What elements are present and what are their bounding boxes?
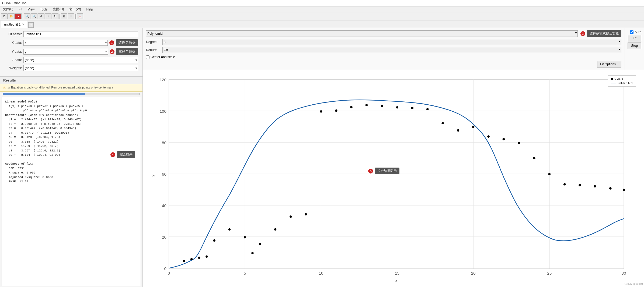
degree-select-wrapper: 8 ▼ <box>162 39 621 45</box>
y-axis-labels: 0 20 40 60 80 100 120 <box>160 77 166 271</box>
toolbar-new[interactable]: 🗋 <box>1 13 8 19</box>
annotation-tooltip-2: 选择 Y 数据 <box>116 48 138 55</box>
fit-type-select[interactable]: Polynomial <box>146 30 578 37</box>
toolbar-save[interactable]: ■ <box>15 13 22 19</box>
menu-bar: 文件(F) Fit View Tools 桌面(D) 窗口(W) Help <box>0 6 644 12</box>
menu-fit[interactable]: Fit <box>17 7 24 12</box>
menu-file[interactable]: 文件(F) <box>1 6 15 12</box>
toolbar-sep-1 <box>23 14 23 19</box>
progress-bar-fill <box>3 93 85 95</box>
svg-point-38 <box>350 106 353 108</box>
auto-checkbox[interactable] <box>630 30 633 34</box>
degree-row: Degree: 8 ▼ <box>146 39 621 45</box>
svg-text:25: 25 <box>547 271 552 275</box>
svg-text:10: 10 <box>319 271 323 275</box>
svg-point-27 <box>206 255 208 258</box>
toolbar-zoom-in[interactable]: 🔍 <box>24 13 30 19</box>
svg-point-50 <box>533 157 535 159</box>
annotation-3-wrapper: 3 选择多项式拟合功能 <box>580 30 621 37</box>
toolbar-chart[interactable]: 📈 <box>77 13 83 19</box>
menu-desktop[interactable]: 桌面(D) <box>51 6 65 12</box>
toolbar-cursor[interactable]: ↗ <box>45 13 51 19</box>
z-data-select[interactable]: (none) <box>23 57 138 63</box>
fit-button[interactable]: Fit <box>628 35 641 41</box>
robust-row: Robust: Off ▼ <box>146 47 621 53</box>
robust-label: Robust: <box>146 48 161 52</box>
svg-text:20: 20 <box>162 235 166 239</box>
tab-bar: untitled fit 1 ✕ + <box>0 20 644 28</box>
svg-text:80: 80 <box>162 140 166 145</box>
svg-point-47 <box>487 135 490 138</box>
svg-point-45 <box>457 129 459 132</box>
svg-point-40 <box>381 105 383 108</box>
x-axis-labels: 0 5 10 15 20 25 30 <box>168 271 626 275</box>
main-layout: Fit name: X data: x ▼ 1 选择 X 数据 Y data: <box>0 28 644 287</box>
svg-text:30: 30 <box>622 271 626 275</box>
tab-untitled-fit-1[interactable]: untitled fit 1 ✕ <box>1 21 27 28</box>
menu-tools[interactable]: Tools <box>38 7 49 12</box>
toolbar-sep-2 <box>60 14 60 19</box>
svg-point-25 <box>190 258 193 260</box>
legend-dot-label: y vs. x <box>615 77 623 80</box>
chart-svg: 0 5 10 15 20 25 30 x 0 20 40 60 80 <box>145 73 641 284</box>
svg-point-24 <box>183 260 185 262</box>
y-data-row: Y data: y ▼ 2 选择 Y 数据 <box>4 48 138 55</box>
center-scale-checkbox[interactable] <box>146 55 149 59</box>
svg-point-41 <box>396 106 398 109</box>
toolbar-sep-3 <box>75 14 76 19</box>
degree-select[interactable]: 8 <box>162 39 621 45</box>
robust-select[interactable]: Off <box>162 47 621 53</box>
results-content[interactable]: Linear model Poly8: f(x) = p1*x^8 + p2*x… <box>2 97 141 286</box>
legend-line-label: untitled fit 1 <box>618 82 633 85</box>
auto-label: Auto <box>635 30 641 34</box>
z-data-label: Z data: <box>4 58 22 62</box>
svg-text:120: 120 <box>160 77 166 82</box>
fit-type-select-wrapper: Polynomial ▼ <box>146 30 578 37</box>
svg-point-29 <box>228 228 231 231</box>
svg-point-49 <box>518 142 520 144</box>
toolbar-rotate[interactable]: ↻ <box>52 13 58 19</box>
auto-row: Auto <box>630 30 641 34</box>
annotation-badge-1: 1 <box>109 40 114 45</box>
toolbar-zoom-out[interactable]: 🔍 <box>31 13 37 19</box>
toolbar-pan[interactable]: ✥ <box>38 13 44 19</box>
tab-label: untitled fit 1 <box>4 23 20 26</box>
y-data-select[interactable]: y <box>23 49 108 55</box>
svg-point-30 <box>244 236 246 239</box>
menu-view[interactable]: View <box>26 7 36 12</box>
svg-point-53 <box>579 184 581 186</box>
fit-options-button[interactable]: Fit Options... <box>597 61 621 68</box>
fit-name-input[interactable] <box>23 31 138 37</box>
annotation-badge-4: 4 <box>110 152 115 157</box>
annotation-badge-3: 3 <box>580 31 585 36</box>
annotation-tooltip-1: 选择 X 数据 <box>116 39 138 46</box>
toolbar-legend[interactable]: ≡ <box>68 13 74 19</box>
annotation-tooltip-3: 选择多项式拟合功能 <box>587 30 621 37</box>
toolbar-grid[interactable]: ⊞ <box>61 13 67 19</box>
center-scale-row: Center and scale <box>146 55 621 59</box>
menu-window[interactable]: 窗口(W) <box>68 6 82 12</box>
center-scale-label: Center and scale <box>151 55 175 59</box>
fit-options-row: Fit Options... <box>146 61 621 68</box>
weights-select[interactable]: (none) <box>23 65 138 71</box>
x-data-select-wrapper: x ▼ <box>23 40 108 46</box>
y-data-label: Y data: <box>4 50 22 54</box>
z-data-select-wrapper: (none) ▼ <box>23 57 138 63</box>
menu-help[interactable]: Help <box>85 7 95 12</box>
stop-button[interactable]: Stop <box>628 42 641 49</box>
action-buttons-panel: Auto Fit Stop <box>625 28 644 70</box>
y-data-select-wrapper: y ▼ <box>23 49 108 55</box>
svg-point-42 <box>411 107 414 109</box>
legend-item-line: untitled fit 1 <box>611 82 633 85</box>
svg-point-31 <box>251 252 254 254</box>
x-data-select[interactable]: x <box>23 40 108 46</box>
tab-close-icon[interactable]: ✕ <box>22 23 24 26</box>
svg-point-35 <box>305 213 307 215</box>
robust-select-wrapper: Off ▼ <box>162 47 621 53</box>
tab-add-button[interactable]: + <box>28 22 34 28</box>
svg-point-34 <box>290 215 292 218</box>
results-warning: ⚠ ⚠ Equation is badly conditioned. Remov… <box>0 84 142 92</box>
watermark: CSDN @大师H <box>625 282 643 286</box>
svg-point-28 <box>213 239 215 242</box>
toolbar-open[interactable]: 📂 <box>8 13 15 19</box>
